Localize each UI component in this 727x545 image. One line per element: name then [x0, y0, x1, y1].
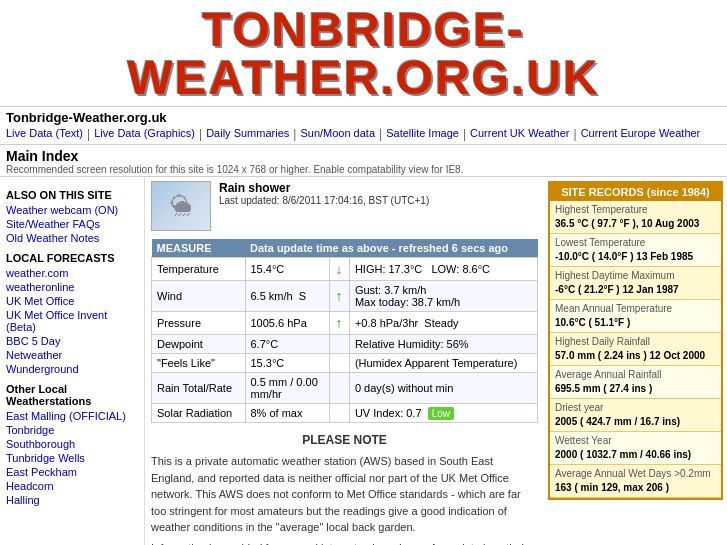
please-note-text2: Information is provided for general inte… [151, 540, 538, 546]
record-item: Average Annual Rainfall 695.5 mm ( 27.4 … [550, 366, 721, 399]
main-index-section: Main Index Recommended screen resolution… [0, 145, 727, 177]
record-item: Mean Annual Temperature 10.6°C ( 51.1°F … [550, 300, 721, 333]
extra-feelslike: (Humidex Apparent Temperature) [349, 354, 537, 373]
main-index-title: Main Index [6, 148, 721, 164]
measure-dewpoint: Dewpoint [152, 335, 246, 354]
table-row: Dewpoint 6.7°C Relative Humidity: 56% [152, 335, 538, 354]
sidebar-section2-title: LOCAL FORECASTS [6, 252, 138, 264]
value-temperature: 15.4°C [245, 258, 330, 281]
nav-live-text[interactable]: Live Data (Text) [6, 127, 83, 141]
sidebar-link-east-malling[interactable]: East Malling (OFFICIAL) [6, 410, 138, 422]
sidebar-link-southborough[interactable]: Southborough [6, 438, 138, 450]
measure-pressure: Pressure [152, 312, 246, 335]
table-header-measure: MEASURE [152, 239, 246, 258]
value-solar: 8% of max [245, 404, 330, 423]
weather-data-table: MEASURE Data update time as above - refr… [151, 239, 538, 423]
please-note-title: PLEASE NOTE [151, 431, 538, 449]
measure-wind: Wind [152, 281, 246, 312]
sidebar-link-headcorn[interactable]: Headcorn [6, 480, 138, 492]
value-dewpoint: 6.7°C [245, 335, 330, 354]
arrow-rain [330, 373, 350, 404]
weather-icon-box: 🌦 [151, 181, 211, 231]
nav-bar: Tonbridge-Weather.org.uk Live Data (Text… [0, 106, 727, 145]
site-title: TONBRIDGE-WEATHER.ORG.UK [0, 6, 727, 102]
sidebar: ALSO ON THIS SITE Weather webcam (ON) Si… [0, 177, 145, 545]
record-item: Highest Daily Rainfall 57.0 mm ( 2.24 in… [550, 333, 721, 366]
record-item: Lowest Temperature -10.0°C ( 14.0°F ) 13… [550, 234, 721, 267]
sidebar-link-weatheronline[interactable]: weatheronline [6, 281, 138, 293]
table-row: Temperature 15.4°C ↓ HIGH: 17.3°C LOW: 8… [152, 258, 538, 281]
measure-rain: Rain Total/Rate [152, 373, 246, 404]
please-note-text1: This is a private automatic weather stat… [151, 453, 538, 536]
weather-updated: Last updated: 8/6/2011 17:04:16, BST (UT… [219, 195, 429, 206]
value-wind: 6.5 km/h S [245, 281, 330, 312]
extra-rain: 0 day(s) without min [349, 373, 537, 404]
site-header: TONBRIDGE-WEATHER.ORG.UK [0, 0, 727, 106]
record-item: Driest year 2005 ( 424.7 mm / 16.7 ins) [550, 399, 721, 432]
value-rain: 0.5 mm / 0.00mm/hr [245, 373, 330, 404]
weather-widget: 🌦 Rain shower Last updated: 8/6/2011 17:… [151, 181, 538, 231]
sidebar-section1-title: ALSO ON THIS SITE [6, 189, 138, 201]
nav-sun-moon[interactable]: Sun/Moon data [300, 127, 375, 141]
rain-shower-icon: 🌦 [170, 193, 192, 219]
compat-note: Recommended screen resolution for this s… [6, 164, 721, 175]
nav-daily-summaries[interactable]: Daily Summaries [206, 127, 289, 141]
sidebar-link-uk-met-invent[interactable]: UK Met Office Invent (Beta) [6, 309, 138, 333]
table-row: Solar Radiation 8% of max UV Index: 0.7 … [152, 404, 538, 423]
extra-temperature: HIGH: 17.3°C LOW: 8.6°C [349, 258, 537, 281]
weather-condition: Rain shower [219, 181, 429, 195]
sidebar-link-bbc5day[interactable]: BBC 5 Day [6, 335, 138, 347]
nav-europe-weather[interactable]: Current Europe Weather [581, 127, 701, 141]
table-row: Rain Total/Rate 0.5 mm / 0.00mm/hr 0 day… [152, 373, 538, 404]
arrow-temperature: ↓ [330, 258, 350, 281]
sidebar-section3-title: Other Local Weatherstations [6, 383, 138, 407]
please-note-section: PLEASE NOTE This is a private automatic … [151, 431, 538, 545]
sidebar-link-old-weather[interactable]: Old Weather Notes [6, 232, 138, 244]
record-item: Wettest Year 2000 ( 1032.7 mm / 40.66 in… [550, 432, 721, 465]
value-feelslike: 15.3°C [245, 354, 330, 373]
sidebar-link-uk-met[interactable]: UK Met Office [6, 295, 138, 307]
measure-feelslike: "Feels Like" [152, 354, 246, 373]
extra-pressure: +0.8 hPa/3hr Steady [349, 312, 537, 335]
uv-badge: Low [428, 407, 454, 420]
nav-uk-weather[interactable]: Current UK Weather [470, 127, 569, 141]
sidebar-link-webcam[interactable]: Weather webcam (ON) [6, 204, 138, 216]
sidebar-link-east-peckham[interactable]: East Peckham [6, 466, 138, 478]
main-content-row: ALSO ON THIS SITE Weather webcam (ON) Si… [0, 177, 727, 545]
arrow-solar [330, 404, 350, 423]
nav-links: Live Data (Text) | Live Data (Graphics) … [6, 127, 721, 141]
arrow-wind: ↑ [330, 281, 350, 312]
record-item: Highest Temperature 36.5 °C ( 97.7 °F ),… [550, 201, 721, 234]
extra-dewpoint: Relative Humidity: 56% [349, 335, 537, 354]
arrow-dewpoint [330, 335, 350, 354]
extra-wind: Gust: 3.7 km/hMax today: 38.7 km/h [349, 281, 537, 312]
table-row: Pressure 1005.6 hPa ↑ +0.8 hPa/3hr Stead… [152, 312, 538, 335]
sidebar-link-wunderground[interactable]: Wunderground [6, 363, 138, 375]
measure-solar: Solar Radiation [152, 404, 246, 423]
sidebar-link-weathercom[interactable]: weather.com [6, 267, 138, 279]
arrow-pressure: ↑ [330, 312, 350, 335]
table-header-data: Data update time as above - refreshed 6 … [245, 239, 538, 258]
arrow-feelslike [330, 354, 350, 373]
record-item: Average Annual Wet Days >0.2mm 163 ( min… [550, 465, 721, 498]
value-pressure: 1005.6 hPa [245, 312, 330, 335]
sidebar-link-faqs[interactable]: Site/Weather FAQs [6, 218, 138, 230]
sidebar-link-netweather[interactable]: Netweather [6, 349, 138, 361]
record-item: Highest Daytime Maximum -6°C ( 21.2°F ) … [550, 267, 721, 300]
nav-satellite[interactable]: Satellite Image [386, 127, 459, 141]
nav-live-graphics[interactable]: Live Data (Graphics) [94, 127, 195, 141]
table-row: Wind 6.5 km/h S ↑ Gust: 3.7 km/hMax toda… [152, 281, 538, 312]
weather-info: Rain shower Last updated: 8/6/2011 17:04… [219, 181, 429, 206]
sidebar-link-halling[interactable]: Halling [6, 494, 138, 506]
nav-site-title: Tonbridge-Weather.org.uk [6, 110, 721, 125]
records-sidebar: SITE RECORDS (since 1984) Highest Temper… [548, 181, 723, 500]
extra-solar: UV Index: 0.7 Low [349, 404, 537, 423]
table-row: "Feels Like" 15.3°C (Humidex Apparent Te… [152, 354, 538, 373]
measure-temperature: Temperature [152, 258, 246, 281]
sidebar-link-tunbridge[interactable]: Tunbridge Wells [6, 452, 138, 464]
records-title: SITE RECORDS (since 1984) [550, 183, 721, 201]
sidebar-link-tonbridge[interactable]: Tonbridge [6, 424, 138, 436]
center-content: 🌦 Rain shower Last updated: 8/6/2011 17:… [145, 177, 544, 545]
